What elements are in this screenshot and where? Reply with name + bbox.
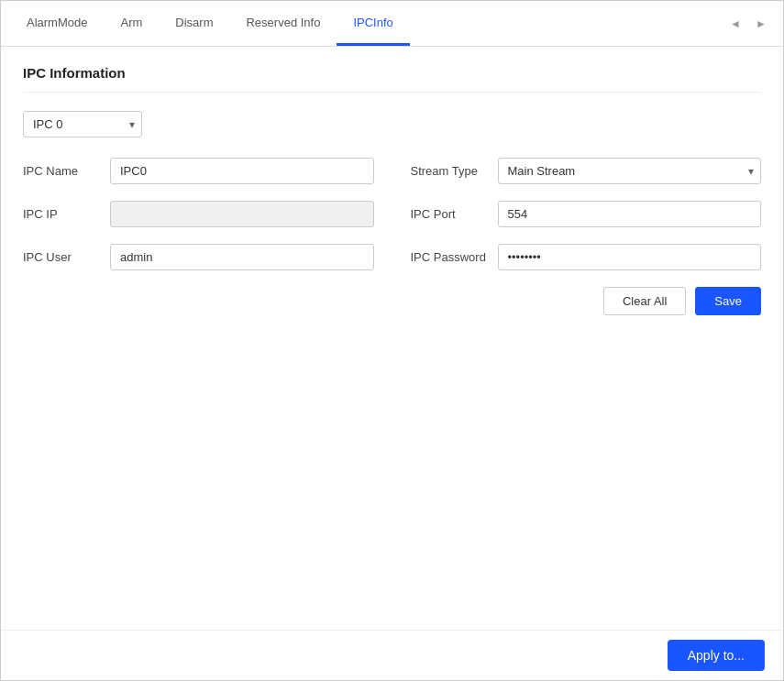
ipc-name-row: IPC Name [23,158,374,184]
tab-reserved-info[interactable]: Reserved Info [229,1,337,46]
ipc-port-row: IPC Port [411,201,762,227]
content-area: IPC Information IPC 0 IPC 1 IPC 2 IPC 3 … [1,47,783,630]
tab-ipc-info[interactable]: IPCInfo [337,1,409,46]
stream-type-select[interactable]: Main Stream Sub Stream [498,158,762,184]
ipc-ip-label: IPC IP [23,207,110,221]
right-column: Stream Type Main Stream Sub Stream IPC P… [411,158,762,315]
ipc-name-label: IPC Name [23,164,110,178]
tab-bar: AlarmMode Arm Disarm Reserved Info IPCIn… [1,1,783,47]
clear-all-button[interactable]: Clear All [603,287,686,315]
ipc-port-input[interactable] [498,201,762,227]
ipc-user-input[interactable] [110,244,374,270]
ipc-name-input[interactable] [110,158,374,184]
form-grid: IPC Name IPC IP IPC User Stream Ty [23,158,761,315]
ipc-user-row: IPC User [23,244,374,270]
ipc-selector-wrapper: IPC 0 IPC 1 IPC 2 IPC 3 [23,111,142,137]
ipc-port-label: IPC Port [411,207,498,221]
ipc-password-input[interactable] [498,244,762,270]
tab-arm[interactable]: Arm [104,1,159,46]
tab-prev-button[interactable]: ◄ [723,1,748,46]
tab-next-button[interactable]: ► [748,1,774,46]
left-column: IPC Name IPC IP IPC User [23,158,374,315]
page-wrapper: AlarmMode Arm Disarm Reserved Info IPCIn… [0,0,784,681]
ipc-ip-input[interactable] [110,201,374,227]
ipc-selector-row: IPC 0 IPC 1 IPC 2 IPC 3 [23,111,761,137]
apply-to-button[interactable]: Apply to... [668,640,765,671]
tab-alarm-mode[interactable]: AlarmMode [10,1,104,46]
ipc-selector[interactable]: IPC 0 IPC 1 IPC 2 IPC 3 [23,111,142,137]
ipc-password-label: IPC Password [411,250,498,264]
stream-type-select-wrapper: Main Stream Sub Stream [498,158,762,184]
section-title: IPC Information [23,65,761,93]
ipc-user-label: IPC User [23,250,110,264]
ipc-password-row: IPC Password [411,244,762,270]
buttons-row: Clear All Save [411,287,762,315]
stream-type-row: Stream Type Main Stream Sub Stream [411,158,762,184]
stream-type-label: Stream Type [411,164,498,178]
ipc-ip-row: IPC IP [23,201,374,227]
footer-bar: Apply to... [1,630,783,680]
tab-disarm[interactable]: Disarm [159,1,229,46]
save-button[interactable]: Save [695,287,761,315]
